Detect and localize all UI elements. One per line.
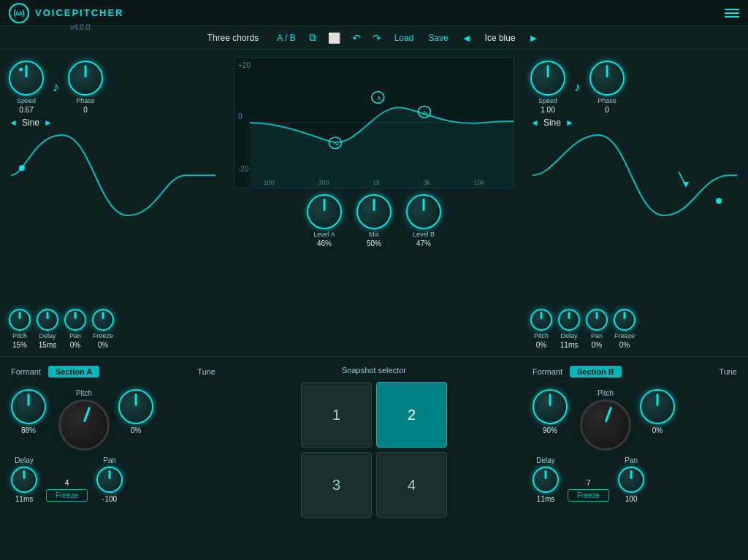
section-b-formant-col: 90% bbox=[533, 389, 568, 434]
mix-value: 50% bbox=[367, 239, 381, 248]
snapshot-label-4: 4 bbox=[408, 477, 416, 494]
section-a-speed-knob[interactable] bbox=[9, 61, 44, 96]
section-a-button[interactable]: Section A bbox=[48, 366, 99, 377]
section-a-tune-knob[interactable] bbox=[118, 389, 153, 424]
section-a-phase-knob-group: Phase 0 bbox=[68, 61, 103, 114]
section-b-pan-value: 0% bbox=[592, 341, 602, 349]
section-a-pan-value-lower: -100 bbox=[102, 495, 117, 503]
eq-freq-1k: 1k bbox=[373, 179, 380, 186]
section-a-note-icon[interactable]: ♪ bbox=[53, 80, 59, 95]
section-a-bottom-knobs: Pitch 15% Delay 15ms Pan 0% Freeze 0% bbox=[9, 309, 218, 349]
snapshot-button-1[interactable]: 1 bbox=[301, 382, 372, 448]
section-a-delay-dial-col: 4 Freeze bbox=[46, 478, 88, 503]
section-b-delay-knob[interactable] bbox=[558, 309, 580, 331]
section-b-speed-knob-group: Speed 1.00 bbox=[530, 61, 565, 114]
section-b-phase-knob-group: Phase 0 bbox=[589, 61, 625, 114]
copy-button[interactable]: ⧉ bbox=[307, 31, 318, 44]
section-a-delay-knob[interactable] bbox=[37, 309, 58, 331]
section-b-delay-knob-group: Delay 11ms bbox=[558, 309, 580, 349]
section-a-pan-knob-group: Pan 0% bbox=[64, 309, 86, 349]
section-a-pan-col: Pan -100 bbox=[96, 456, 123, 503]
hamburger-menu-icon[interactable] bbox=[725, 9, 739, 18]
section-b-wave-selector: ◄ Sine ► bbox=[530, 118, 739, 128]
section-b-pitch-big-knob[interactable] bbox=[580, 399, 631, 450]
svg-point-0 bbox=[19, 165, 25, 171]
titlebar-left: (ω) VOICEPITCHER v4.0.0 bbox=[9, 3, 124, 23]
paste-button[interactable]: ⬜ bbox=[326, 32, 343, 44]
center-section: +20 0 -20 ∧ ∿ ∿ 100 300 1k 3k bbox=[226, 50, 522, 356]
section-b-waveform-svg bbox=[530, 128, 739, 223]
snapshot-button-2[interactable]: 2 bbox=[376, 382, 447, 448]
section-a-lower-delay-knob[interactable] bbox=[11, 467, 37, 493]
section-a-formant-value: 88% bbox=[21, 426, 36, 434]
section-b-lower-delay-knob[interactable] bbox=[533, 467, 559, 493]
theme-prev-button[interactable]: ◄ bbox=[459, 32, 474, 44]
section-a-freeze-button[interactable]: Freeze bbox=[46, 489, 88, 502]
section-b-delay-dial-value: 7 bbox=[587, 478, 591, 487]
section-a-pan-knob-lower[interactable] bbox=[96, 467, 123, 493]
section-a-pitch-knob[interactable] bbox=[9, 309, 31, 331]
section-b-note-icon[interactable]: ♪ bbox=[574, 80, 581, 95]
section-a-delay-value: 15ms bbox=[39, 341, 56, 349]
section-b-freeze-button[interactable]: Freeze bbox=[568, 489, 609, 502]
snapshot-button-3[interactable]: 3 bbox=[301, 452, 372, 518]
eq-label-bot: -20 bbox=[238, 165, 248, 173]
section-a-pan-knob[interactable] bbox=[64, 309, 86, 331]
snapshot-button-4[interactable]: 4 bbox=[376, 452, 447, 518]
section-b-wave-type: Sine bbox=[543, 118, 561, 128]
section-a-freeze-value: 0% bbox=[98, 341, 108, 349]
section-b-pan-knob-group: Pan 0% bbox=[586, 309, 608, 349]
theme-next-button[interactable]: ► bbox=[527, 32, 541, 44]
section-a-wave-selector: ◄ Sine ► bbox=[9, 118, 218, 128]
section-b-pan-knob-lower[interactable] bbox=[618, 467, 644, 493]
section-b-pan-knob[interactable] bbox=[586, 309, 608, 331]
section-b-delay-pan-row: Delay 11ms 7 Freeze Pan 100 bbox=[533, 456, 737, 503]
section-a-formant-knob[interactable] bbox=[11, 389, 46, 424]
ab-toggle-button[interactable]: A / B bbox=[273, 31, 299, 45]
section-b-button[interactable]: Section B bbox=[570, 366, 622, 377]
section-a-pitch-label: Pitch bbox=[12, 332, 27, 340]
section-b-freeze-knob[interactable] bbox=[614, 309, 636, 331]
section-a-lower-delay-col: Delay 11ms bbox=[11, 456, 37, 503]
section-a-tune-col: 0% bbox=[118, 389, 153, 434]
eq-freq-10k: 10k bbox=[474, 179, 485, 186]
section-b-lower-delay-label: Delay bbox=[536, 456, 555, 464]
section-b-formant-label: Formant bbox=[533, 367, 562, 376]
section-a-tune-value: 0% bbox=[131, 426, 141, 434]
section-a-wave-next[interactable]: ► bbox=[44, 118, 53, 128]
eq-freq-100: 100 bbox=[264, 179, 275, 186]
redo-button[interactable]: ↷ bbox=[370, 32, 383, 44]
section-b-phase-label: Phase bbox=[598, 97, 617, 104]
section-b-controls: 90% Pitch 0% bbox=[533, 389, 737, 450]
mix-knob[interactable] bbox=[356, 194, 392, 229]
section-a-pan-value: 0% bbox=[70, 341, 80, 349]
section-a-delay-label: Delay bbox=[39, 332, 56, 340]
level-b-label: Level B bbox=[413, 231, 435, 238]
main-area: Speed 0.67 ♪ Phase 0 ◄ Sine ► bbox=[0, 50, 748, 356]
section-b-tune-knob[interactable] bbox=[640, 389, 675, 424]
section-b-speed-knob[interactable] bbox=[530, 61, 565, 96]
section-b-phase-value: 0 bbox=[605, 106, 609, 114]
section-b-header: Formant Section B Tune bbox=[533, 366, 737, 377]
eq-label-mid: 0 bbox=[238, 112, 243, 120]
section-b-lower-delay-value: 11ms bbox=[537, 495, 554, 503]
eq-curve-svg: ∧ ∿ ∿ bbox=[234, 58, 514, 188]
section-b-wave-prev[interactable]: ◄ bbox=[530, 118, 539, 128]
save-button[interactable]: Save bbox=[424, 31, 451, 45]
section-a-wave-prev[interactable]: ◄ bbox=[9, 118, 18, 128]
section-a-freeze-label: Freeze bbox=[93, 332, 113, 340]
section-b-formant-knob[interactable] bbox=[533, 389, 568, 424]
section-a-phase-knob[interactable] bbox=[68, 61, 103, 96]
lower-panel: Formant Section A Tune 88% Pitch 0% bbox=[0, 357, 748, 560]
section-a-freeze-knob[interactable] bbox=[92, 309, 114, 331]
section-a-pitch-big-knob[interactable] bbox=[58, 399, 110, 450]
section-b-phase-knob[interactable] bbox=[589, 61, 625, 96]
level-a-knob[interactable] bbox=[307, 194, 342, 229]
section-b-waveform bbox=[530, 128, 739, 303]
load-button[interactable]: Load bbox=[391, 31, 418, 45]
level-b-knob[interactable] bbox=[406, 194, 441, 229]
section-b-wave-next[interactable]: ► bbox=[565, 118, 574, 128]
undo-button[interactable]: ↶ bbox=[350, 32, 363, 44]
section-b-pitch-knob[interactable] bbox=[530, 309, 552, 331]
lower-center: Snapshot selector 1 2 3 4 bbox=[226, 357, 522, 560]
